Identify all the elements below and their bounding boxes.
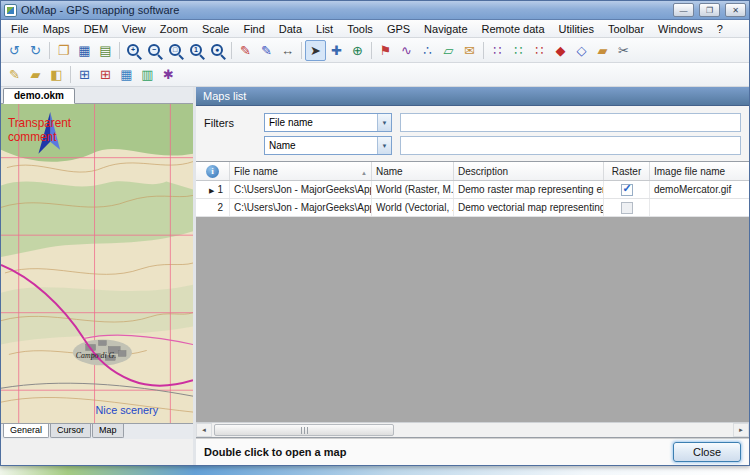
close-button[interactable]: Close xyxy=(673,442,741,462)
map-canvas[interactable]: Transparent comment Campo di G. Nice sce… xyxy=(1,104,193,423)
table-row[interactable]: 1 C:\Users\Jon - MajorGeeks\AppData\... … xyxy=(196,181,749,199)
points-green-icon[interactable]: ∷ xyxy=(508,40,529,61)
center-map-icon[interactable]: ⊕ xyxy=(347,40,368,61)
filter-value-input-2[interactable] xyxy=(400,136,741,155)
tab-cursor[interactable]: Cursor xyxy=(50,424,91,438)
measure-icon[interactable]: ↔ xyxy=(277,40,298,61)
cut-icon[interactable]: ✂ xyxy=(613,40,634,61)
pan-icon[interactable]: ✚ xyxy=(326,40,347,61)
row-description-cell[interactable]: Demo raster map representing entire w... xyxy=(454,181,604,198)
menu-item-help[interactable]: ? xyxy=(710,22,730,36)
app-icon xyxy=(4,4,17,17)
zoom-original-icon[interactable]: 1 xyxy=(186,40,207,61)
eraser-icon[interactable]: ▰ xyxy=(592,40,613,61)
zoom-out-icon[interactable]: − xyxy=(144,40,165,61)
chevron-down-icon[interactable] xyxy=(377,137,391,154)
scrollbar-track[interactable] xyxy=(212,423,733,437)
menu-item-toolbar[interactable]: Toolbar xyxy=(601,22,651,36)
col-header-index[interactable] xyxy=(196,162,230,180)
menu-item-list[interactable]: List xyxy=(309,22,340,36)
title-bar[interactable]: OkMap - GPS mapping software — ❐ ✕ xyxy=(1,1,749,20)
draw-blue-pencil-icon[interactable]: ✎ xyxy=(256,40,277,61)
row-image-cell[interactable] xyxy=(650,199,749,216)
menu-item-scale[interactable]: Scale xyxy=(195,22,237,36)
scrollbar-thumb[interactable] xyxy=(214,424,394,436)
route-icon[interactable]: ∴ xyxy=(417,40,438,61)
track-icon[interactable]: ∿ xyxy=(396,40,417,61)
table-header-row: File name Name Description Raster Image … xyxy=(196,162,749,181)
open-map-icon[interactable]: ❐ xyxy=(53,40,74,61)
minimize-button[interactable]: — xyxy=(673,3,694,17)
menu-item-dem[interactable]: DEM xyxy=(77,22,115,36)
menu-item-find[interactable]: Find xyxy=(236,22,271,36)
eraser-yellow-icon[interactable]: ▰ xyxy=(25,64,46,85)
screen: OkMap - GPS mapping software — ❐ ✕ File … xyxy=(0,0,750,475)
map-panel: demo.okm xyxy=(1,87,196,465)
grid-blue-icon[interactable]: ⊞ xyxy=(74,64,95,85)
maximize-button[interactable]: ❐ xyxy=(699,3,720,17)
raster-checkbox[interactable] xyxy=(621,184,633,196)
row-name-cell[interactable]: World (Vectorial, ... xyxy=(372,199,454,216)
draw-red-pencil-icon[interactable]: ✎ xyxy=(235,40,256,61)
horizontal-scrollbar[interactable] xyxy=(196,422,749,437)
menu-item-gps[interactable]: GPS xyxy=(380,22,417,36)
scroll-right-arrow-icon[interactable] xyxy=(733,423,749,437)
settings-icon[interactable]: ✱ xyxy=(158,64,179,85)
row-name-cell[interactable]: World (Raster, M... xyxy=(372,181,454,198)
save-map-icon[interactable]: ▦ xyxy=(74,40,95,61)
table-row[interactable]: 2 C:\Users\Jon - MajorGeeks\AppData\... … xyxy=(196,199,749,217)
col-header-raster[interactable]: Raster xyxy=(604,162,650,180)
scroll-left-arrow-icon[interactable] xyxy=(196,423,212,437)
grid-red-icon[interactable]: ⊞ xyxy=(95,64,116,85)
points-purple-icon[interactable]: ∷ xyxy=(487,40,508,61)
vertex-red-diamond-icon[interactable]: ◆ xyxy=(550,40,571,61)
col-header-name[interactable]: Name xyxy=(372,162,454,180)
menu-item-zoom[interactable]: Zoom xyxy=(153,22,195,36)
chart-icon[interactable]: ▥ xyxy=(137,64,158,85)
comment-icon[interactable]: ✉ xyxy=(459,40,480,61)
map-properties-icon[interactable]: ▤ xyxy=(95,40,116,61)
map-document-tab[interactable]: demo.okm xyxy=(3,88,75,104)
node-blue-diamond-icon[interactable]: ◇ xyxy=(571,40,592,61)
tab-general[interactable]: General xyxy=(3,424,49,438)
area-icon[interactable]: ▱ xyxy=(438,40,459,61)
highlight-icon[interactable]: ◧ xyxy=(46,64,67,85)
pointer-icon[interactable]: ➤ xyxy=(305,40,326,61)
row-image-cell[interactable]: demoMercator.gif xyxy=(650,181,749,198)
tab-map[interactable]: Map xyxy=(92,424,124,438)
waypoint-flag-icon[interactable]: ⚑ xyxy=(375,40,396,61)
zoom-window-icon[interactable]: □ xyxy=(165,40,186,61)
menu-item-view[interactable]: View xyxy=(115,22,153,36)
points-red-icon[interactable]: ∷ xyxy=(529,40,550,61)
zoom-in-icon[interactable]: + xyxy=(123,40,144,61)
menu-item-navigate[interactable]: Navigate xyxy=(417,22,474,36)
col-header-description[interactable]: Description xyxy=(454,162,604,180)
menu-item-data[interactable]: Data xyxy=(272,22,309,36)
menu-item-file[interactable]: File xyxy=(4,22,36,36)
view-next-icon[interactable]: ↻ xyxy=(25,40,46,61)
map-view[interactable]: Transparent comment Campo di G. Nice sce… xyxy=(1,104,193,423)
maps-list-header: Maps list xyxy=(196,87,749,106)
col-header-file-name[interactable]: File name xyxy=(230,162,372,180)
menu-item-remote-data[interactable]: Remote data xyxy=(475,22,552,36)
menu-item-utilities[interactable]: Utilities xyxy=(552,22,601,36)
filter-value-input-1[interactable] xyxy=(400,113,741,132)
raster-checkbox[interactable] xyxy=(621,202,633,214)
filter-field-dropdown-2[interactable]: Name xyxy=(264,136,392,155)
row-file-cell[interactable]: C:\Users\Jon - MajorGeeks\AppData\... xyxy=(230,181,372,198)
row-description-cell[interactable]: Demo vectorial map representing entir... xyxy=(454,199,604,216)
menu-item-maps[interactable]: Maps xyxy=(36,22,77,36)
filter-field-dropdown-1[interactable]: File name xyxy=(264,113,392,132)
close-window-button[interactable]: ✕ xyxy=(725,3,746,17)
menu-item-tools[interactable]: Tools xyxy=(340,22,380,36)
pencil-yellow-icon[interactable]: ✎ xyxy=(4,64,25,85)
toolbar-separator xyxy=(231,42,232,59)
zoom-full-icon[interactable]: ● xyxy=(207,40,228,61)
row-file-cell[interactable]: C:\Users\Jon - MajorGeeks\AppData\... xyxy=(230,199,372,216)
col-header-image-file-name[interactable]: Image file name xyxy=(650,162,749,180)
chevron-down-icon[interactable] xyxy=(377,114,391,131)
data-table-icon[interactable]: ▦ xyxy=(116,64,137,85)
menu-item-windows[interactable]: Windows xyxy=(651,22,710,36)
view-previous-icon[interactable]: ↺ xyxy=(4,40,25,61)
info-icon xyxy=(206,165,219,178)
